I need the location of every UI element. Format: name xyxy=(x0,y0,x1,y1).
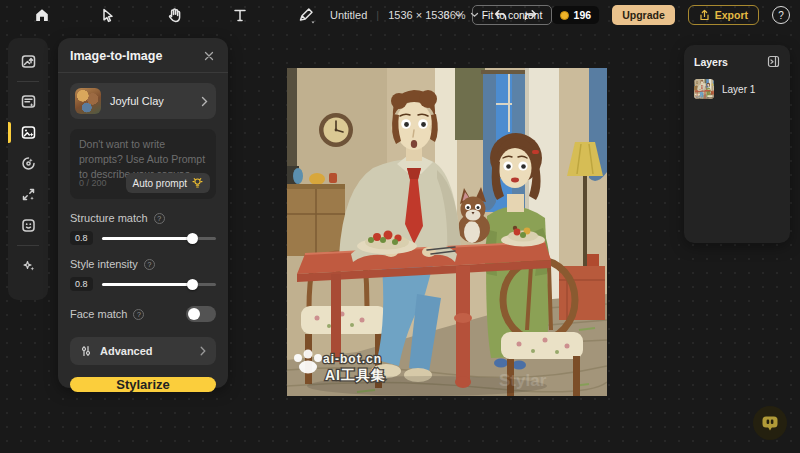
advanced-label: Advanced xyxy=(100,345,192,357)
lightbulb-icon xyxy=(192,177,203,189)
advanced-expander[interactable]: Advanced xyxy=(70,337,216,365)
left-tool-rail xyxy=(8,38,48,300)
layer-item[interactable]: Layer 1 xyxy=(694,79,780,99)
prompt-box: 0 / 200 Auto prompt xyxy=(70,129,216,199)
upgrade-button[interactable]: Upgrade xyxy=(612,5,675,25)
topbar-right-controls: 36% 196 Upgrade Export ? xyxy=(444,0,790,30)
layers-panel: Layers Layer 1 xyxy=(684,45,790,243)
face-match-label: Face match ? xyxy=(70,308,186,320)
structure-match-value: 0.8 xyxy=(70,231,93,245)
image-to-image-icon[interactable] xyxy=(8,117,48,148)
credits-count: 196 xyxy=(574,9,592,21)
structure-match-label: Structure match ? xyxy=(70,212,216,224)
style-intensity-slider[interactable] xyxy=(102,278,216,290)
layer-name: Layer 1 xyxy=(722,84,755,95)
chevron-right-icon xyxy=(200,346,206,356)
canvas-image[interactable]: ai-bot.cn AI工具集 Stylar xyxy=(287,68,607,396)
divider xyxy=(58,72,228,73)
structure-match-slider[interactable] xyxy=(102,232,216,244)
style-thumbnail xyxy=(75,88,101,114)
watermark-faint: Stylar xyxy=(499,371,547,390)
chat-widget-button[interactable] xyxy=(753,406,787,440)
style-intensity-value: 0.8 xyxy=(70,277,93,291)
help-button[interactable]: ? xyxy=(772,6,790,24)
magic-tools-icon[interactable] xyxy=(8,250,48,281)
redo-icon[interactable] xyxy=(522,7,539,24)
style-name: Joyful Clay xyxy=(110,95,192,107)
image-upload-icon[interactable] xyxy=(8,46,48,77)
style-selector[interactable]: Joyful Clay xyxy=(70,83,216,119)
layers-title: Layers xyxy=(694,56,728,68)
close-icon[interactable] xyxy=(202,49,216,63)
slider-knob[interactable] xyxy=(187,233,198,244)
export-button[interactable]: Export xyxy=(688,5,759,25)
chevron-down-icon xyxy=(470,12,479,18)
image-to-image-panel: Image-to-Image Joyful Clay 0 / 200 Auto … xyxy=(58,38,228,388)
face-match-toggle[interactable] xyxy=(186,306,216,322)
watermark-line2: AI工具集 xyxy=(325,367,386,383)
sliders-icon xyxy=(80,345,92,357)
chevron-right-icon xyxy=(201,96,208,107)
zoom-level-dropdown[interactable]: 36% xyxy=(444,9,479,21)
top-toolbar: Untitled | 1536 × 1536 Fit to content 36… xyxy=(0,0,800,30)
panel-title: Image-to-Image xyxy=(70,49,162,63)
credits-badge[interactable]: 196 xyxy=(552,6,600,24)
text-icon[interactable] xyxy=(230,5,250,25)
select-icon[interactable] xyxy=(98,5,118,25)
info-icon[interactable]: ? xyxy=(144,259,155,270)
rail-divider xyxy=(17,81,39,82)
document-title[interactable]: Untitled xyxy=(330,9,367,21)
stylarize-button[interactable]: Stylarize xyxy=(70,377,216,392)
character-counter: 0 / 200 xyxy=(79,178,107,188)
layer-thumbnail xyxy=(694,79,714,99)
auto-prompt-button[interactable]: Auto prompt xyxy=(126,173,210,193)
text-to-image-icon[interactable] xyxy=(8,86,48,117)
collapse-panel-icon[interactable] xyxy=(767,55,780,68)
draw-icon[interactable] xyxy=(296,5,316,25)
tool-group xyxy=(32,0,316,30)
style-intensity-label: Style intensity ? xyxy=(70,258,216,270)
home-icon[interactable] xyxy=(32,5,52,25)
undo-icon[interactable] xyxy=(492,7,509,24)
slider-knob[interactable] xyxy=(187,279,198,290)
coin-icon xyxy=(560,11,569,20)
hand-icon[interactable] xyxy=(164,5,184,25)
info-icon[interactable]: ? xyxy=(133,309,144,320)
upscale-icon[interactable] xyxy=(8,179,48,210)
rail-divider xyxy=(17,245,39,246)
info-icon[interactable]: ? xyxy=(154,213,165,224)
export-icon xyxy=(699,9,710,21)
reimagine-icon[interactable] xyxy=(8,148,48,179)
separator: | xyxy=(376,9,379,21)
watermark-line1: ai-bot.cn xyxy=(323,352,382,366)
chat-bubble-icon xyxy=(759,412,781,434)
face-tools-icon[interactable] xyxy=(8,210,48,241)
